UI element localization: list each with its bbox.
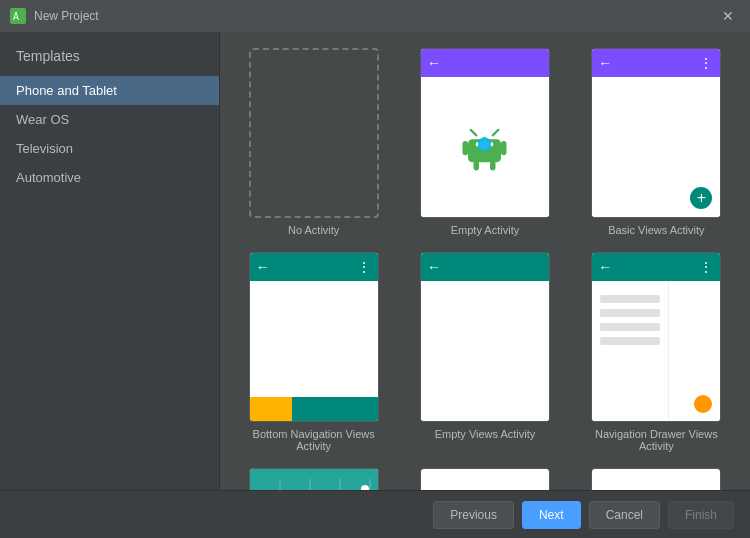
template-preview-bottom-nav: ← ⋮ xyxy=(249,252,379,422)
template-nav-drawer[interactable]: ← ⋮ Na xyxy=(579,252,734,452)
template-preview-empty-activity: ← xyxy=(420,48,550,218)
template-preview-chart xyxy=(249,468,379,490)
nav-fab-button xyxy=(694,395,712,413)
template-label-basic-views: Basic Views Activity xyxy=(608,224,704,236)
previous-button[interactable]: Previous xyxy=(433,501,514,529)
template-label-empty-activity: Empty Activity xyxy=(451,224,519,236)
menu-dots-nav-drawer: ⋮ xyxy=(699,259,714,275)
sidebar-item-television[interactable]: Television xyxy=(0,134,219,163)
back-arrow-empty-views: ← xyxy=(427,259,441,275)
nav-drawer-item-3 xyxy=(600,323,660,331)
phone-body-bottom-nav xyxy=(250,281,378,397)
phone-header-bottom-nav: ← ⋮ xyxy=(250,253,378,281)
bottom-nav-item-2 xyxy=(292,397,335,421)
template-label-bottom-nav: Bottom Navigation Views Activity xyxy=(236,428,391,452)
phone-header-empty: ← xyxy=(421,49,549,77)
main-content: Templates Phone and Tablet Wear OS Telev… xyxy=(0,32,750,490)
nav-drawer-item-4 xyxy=(600,337,660,345)
content-area: No Activity ← xyxy=(220,32,750,490)
template-preview-cpp: C++ xyxy=(591,468,721,490)
sidebar-item-automotive[interactable]: Automotive xyxy=(0,163,219,192)
svg-line-4 xyxy=(493,129,499,135)
back-arrow-icon: ← xyxy=(427,55,441,71)
template-chart[interactable]: Chart Activity xyxy=(236,468,391,490)
next-button[interactable]: Next xyxy=(522,501,581,529)
nav-drawer-item-2 xyxy=(600,309,660,317)
phone-mockup-empty-views: ← xyxy=(421,253,549,421)
finish-button[interactable]: Finish xyxy=(668,501,734,529)
phone-mockup-empty: ← xyxy=(421,49,549,217)
template-game[interactable]: Game Activity xyxy=(407,468,562,490)
template-empty-views[interactable]: ← Empty Views Activity xyxy=(407,252,562,452)
menu-dots-bottom-nav: ⋮ xyxy=(357,259,372,275)
back-arrow-basic: ← xyxy=(598,55,612,71)
template-label-no-activity: No Activity xyxy=(288,224,339,236)
phone-header-empty-views: ← xyxy=(421,253,549,281)
sidebar-item-wear-os[interactable]: Wear OS xyxy=(0,105,219,134)
bottom-nav-bar xyxy=(250,397,378,421)
phone-body-empty xyxy=(421,77,549,217)
svg-rect-8 xyxy=(501,140,507,154)
close-button[interactable]: ✕ xyxy=(716,6,740,26)
window-title: New Project xyxy=(34,9,716,23)
android-logo xyxy=(457,120,512,175)
phone-mockup-bottom-nav: ← ⋮ xyxy=(250,253,378,421)
sidebar-item-phone-tablet[interactable]: Phone and Tablet xyxy=(0,76,219,105)
nav-drawer-item-1 xyxy=(600,295,660,303)
nav-drawer-panel xyxy=(592,281,669,421)
menu-dots-basic: ⋮ xyxy=(699,55,714,71)
template-empty-activity[interactable]: ← xyxy=(407,48,562,236)
template-basic-views[interactable]: ← ⋮ + Basic Views Activity xyxy=(579,48,734,236)
back-arrow-bottom-nav: ← xyxy=(256,259,270,275)
template-bottom-nav[interactable]: ← ⋮ Bottom Navigation Views Activity xyxy=(236,252,391,452)
title-bar: A New Project ✕ xyxy=(0,0,750,32)
phone-mockup-nav-drawer: ← ⋮ xyxy=(592,253,720,421)
svg-rect-13 xyxy=(250,469,378,490)
svg-rect-9 xyxy=(474,160,480,170)
svg-text:A: A xyxy=(13,11,19,22)
chart-svg xyxy=(250,469,378,490)
phone-body-basic: + xyxy=(592,77,720,217)
template-label-empty-views: Empty Views Activity xyxy=(435,428,536,440)
template-preview-game xyxy=(420,468,550,490)
phone-mockup-basic: ← ⋮ + xyxy=(592,49,720,217)
fab-button: + xyxy=(690,187,712,209)
template-cpp[interactable]: C++ Native C++ Activity xyxy=(579,468,734,490)
app-icon: A xyxy=(10,8,26,24)
svg-rect-7 xyxy=(463,140,469,154)
template-preview-empty-views: ← xyxy=(420,252,550,422)
svg-rect-10 xyxy=(490,160,496,170)
cpp-icon-container: C++ xyxy=(592,469,720,490)
phone-body-nav-drawer xyxy=(592,281,720,421)
phone-header-basic: ← ⋮ xyxy=(592,49,720,77)
bottom-nav-item-1 xyxy=(250,397,293,421)
sidebar-heading: Templates xyxy=(0,40,219,76)
bottom-nav-item-3 xyxy=(335,397,378,421)
svg-line-3 xyxy=(471,129,477,135)
template-label-nav-drawer: Navigation Drawer Views Activity xyxy=(579,428,734,452)
template-preview-no-activity xyxy=(249,48,379,218)
back-arrow-nav-drawer: ← xyxy=(598,259,612,275)
footer-bar: Previous Next Cancel Finish xyxy=(0,490,750,538)
template-grid: No Activity ← xyxy=(236,48,734,490)
phone-header-nav-drawer: ← ⋮ xyxy=(592,253,720,281)
template-preview-basic-views: ← ⋮ + xyxy=(591,48,721,218)
chart-visual xyxy=(250,469,378,490)
template-preview-nav-drawer: ← ⋮ xyxy=(591,252,721,422)
template-no-activity[interactable]: No Activity xyxy=(236,48,391,236)
sidebar: Templates Phone and Tablet Wear OS Telev… xyxy=(0,32,220,490)
cancel-button[interactable]: Cancel xyxy=(589,501,660,529)
phone-body-empty-views xyxy=(421,281,549,421)
game-icon-container xyxy=(421,469,549,490)
